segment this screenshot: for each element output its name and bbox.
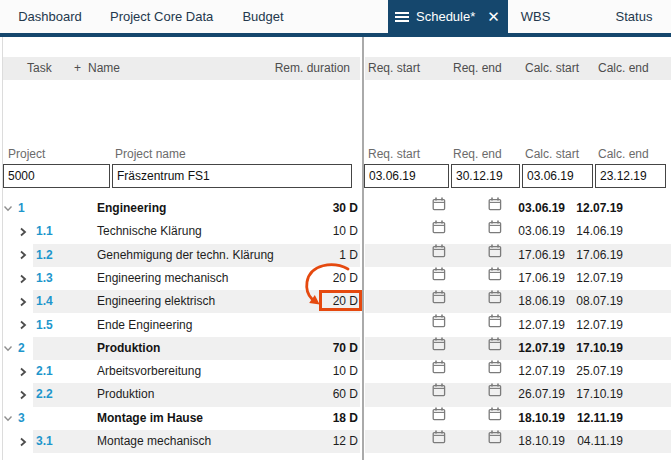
project-name-input[interactable] <box>112 164 352 188</box>
calendar-icon[interactable] <box>432 337 446 360</box>
calc-end-cell: 12.07.19 <box>551 314 623 337</box>
rem-duration-cell[interactable]: 18 D <box>278 407 358 430</box>
chevron-icon[interactable] <box>19 383 31 406</box>
project-number-input[interactable] <box>3 164 110 188</box>
column-header-calc-start[interactable]: Calc. start <box>525 57 579 80</box>
task-name-cell[interactable]: Ende Engineering <box>97 314 192 337</box>
calc-end-cell: 14.06.19 <box>551 220 623 243</box>
schedule-window: Dashboard Project Core Data Budget Sched… <box>0 0 671 460</box>
tab-bar-underline <box>0 33 671 37</box>
calendar-icon[interactable] <box>432 267 446 290</box>
close-icon[interactable]: ✕ <box>487 0 500 33</box>
rem-duration-cell[interactable]: 10 D <box>278 220 358 243</box>
tab-budget[interactable]: Budget <box>233 0 293 33</box>
req-start-label: Req. start <box>368 147 420 162</box>
calc-end-cell: 17.06.19 <box>551 244 623 267</box>
tab-dashboard[interactable]: Dashboard <box>10 0 90 33</box>
task-name-cell[interactable]: Montage im Hause <box>97 407 203 430</box>
task-number: 1 <box>18 197 25 220</box>
chevron-icon[interactable] <box>19 360 31 383</box>
task-number: 1.1 <box>36 220 53 243</box>
calendar-icon[interactable] <box>432 383 446 406</box>
table-row: 2.2 Produktion 60 D 26.07.19 17.10.19 <box>0 383 671 406</box>
project-calc-start-input[interactable] <box>522 164 593 188</box>
calendar-icon[interactable] <box>432 430 446 453</box>
tab-project-core-data[interactable]: Project Core Data <box>110 0 205 33</box>
column-header-rem-duration[interactable]: Rem. duration <box>250 57 350 80</box>
rem-duration-cell[interactable] <box>278 314 358 337</box>
calendar-icon[interactable] <box>432 314 446 337</box>
task-name-cell[interactable]: Produktion <box>97 383 154 406</box>
task-number: 1.3 <box>36 267 53 290</box>
tab-wbs[interactable]: WBS <box>513 0 558 33</box>
calc-end-cell: 08.07.19 <box>551 290 623 313</box>
table-row: 3.1 Montage mechanisch 12 D 18.10.19 04.… <box>0 430 671 453</box>
project-label: Project <box>8 147 45 162</box>
column-header-req-start[interactable]: Req. start <box>368 57 420 80</box>
chevron-icon[interactable] <box>19 220 31 243</box>
task-name-cell[interactable]: Engineering <box>97 197 166 220</box>
column-header-calc-end[interactable]: Calc. end <box>598 57 649 80</box>
rem-duration-cell[interactable]: 60 D <box>278 383 358 406</box>
calendar-icon[interactable] <box>432 197 446 220</box>
menu-icon[interactable] <box>395 10 409 24</box>
task-number: 3 <box>18 407 25 430</box>
task-name-cell[interactable]: Produktion <box>97 337 160 360</box>
calc-end-cell: 17.10.19 <box>551 383 623 406</box>
tab-schedule[interactable]: Schedule* ✕ <box>388 0 508 33</box>
task-number: 1.2 <box>36 244 53 267</box>
calendar-icon[interactable] <box>432 407 446 430</box>
table-row: 1.5 Ende Engineering 12.07.19 12.07.19 <box>0 314 671 337</box>
chevron-icon[interactable] <box>19 244 31 267</box>
rem-duration-cell[interactable]: 10 D <box>278 360 358 383</box>
table-row: 2 Produktion 70 D 12.07.19 17.10.19 <box>0 337 671 360</box>
task-name-cell[interactable]: Engineering mechanisch <box>97 267 228 290</box>
tab-bar: Dashboard Project Core Data Budget Sched… <box>0 0 671 33</box>
calc-end-label: Calc. end <box>598 147 649 162</box>
calendar-icon[interactable] <box>432 290 446 313</box>
req-end-label: Req. end <box>453 147 502 162</box>
project-calc-end-input[interactable] <box>595 164 666 188</box>
task-name-cell[interactable]: Montage mechanisch <box>97 430 211 453</box>
chevron-icon[interactable] <box>3 337 15 360</box>
chevron-icon[interactable] <box>19 314 31 337</box>
task-number: 1.4 <box>36 290 53 313</box>
calc-end-cell: 17.10.19 <box>551 337 623 360</box>
column-header-name[interactable]: Name <box>88 57 120 80</box>
task-number: 1.5 <box>36 314 53 337</box>
project-req-start-input[interactable] <box>364 164 449 188</box>
project-req-end-input[interactable] <box>451 164 520 188</box>
project-name-label: Project name <box>115 147 186 162</box>
calc-start-label: Calc. start <box>525 147 579 162</box>
calc-end-cell: 25.07.19 <box>551 360 623 383</box>
calendar-icon[interactable] <box>432 220 446 243</box>
table-row: 3 Montage im Hause 18 D 18.10.19 12.11.1… <box>0 407 671 430</box>
rem-duration-cell[interactable]: 70 D <box>278 337 358 360</box>
chevron-icon[interactable] <box>19 267 31 290</box>
task-number: 2.1 <box>36 360 53 383</box>
task-name-cell[interactable]: Engineering elektrisch <box>97 290 215 313</box>
chevron-icon[interactable] <box>19 290 31 313</box>
table-row: 1.1 Technische Klärung 10 D 03.06.19 14.… <box>0 220 671 243</box>
tab-status[interactable]: Status <box>608 0 660 33</box>
chevron-icon[interactable] <box>19 430 31 453</box>
calc-end-cell: 12.11.19 <box>551 407 623 430</box>
add-column-button[interactable]: + <box>74 57 81 80</box>
task-name-cell[interactable]: Arbeitsvorbereitung <box>97 360 201 383</box>
rem-duration-cell[interactable]: 30 D <box>278 197 358 220</box>
calc-end-cell: 12.07.19 <box>551 267 623 290</box>
task-name-cell[interactable]: Technische Klärung <box>97 220 202 243</box>
chevron-icon[interactable] <box>3 197 15 220</box>
calc-end-cell: 12.07.19 <box>551 197 623 220</box>
task-name-cell[interactable]: Genehmigung der techn. Klärung <box>97 244 274 267</box>
task-number: 3.1 <box>36 430 53 453</box>
column-header-task[interactable]: Task <box>27 57 52 80</box>
task-number: 2 <box>18 337 25 360</box>
rem-duration-cell[interactable]: 12 D <box>278 430 358 453</box>
table-row: 2.1 Arbeitsvorbereitung 10 D 12.07.19 25… <box>0 360 671 383</box>
calendar-icon[interactable] <box>432 244 446 267</box>
column-header-req-end[interactable]: Req. end <box>453 57 502 80</box>
chevron-icon[interactable] <box>3 407 15 430</box>
calendar-icon[interactable] <box>432 360 446 383</box>
table-row: 1 Engineering 30 D 03.06.19 12.07.19 <box>0 197 671 220</box>
